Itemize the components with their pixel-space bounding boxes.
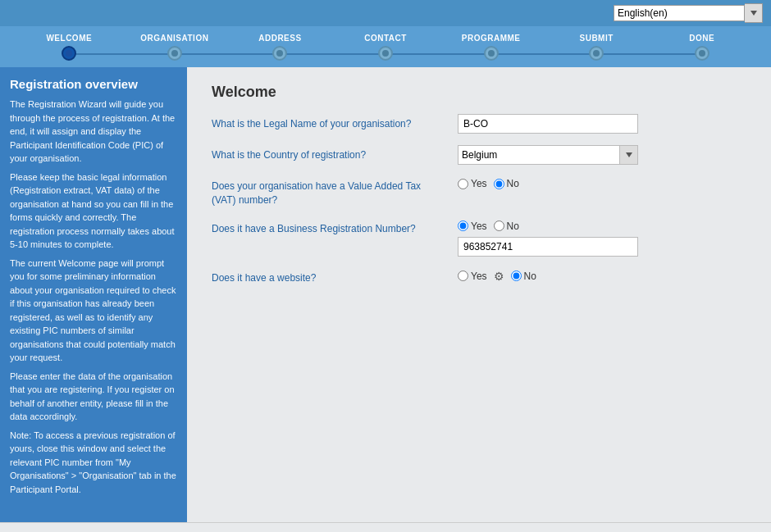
footer: Close Next >	[0, 522, 771, 532]
legal-name-label: What is the Legal Name of your organisat…	[212, 114, 441, 131]
brn-no-radio[interactable]	[494, 221, 504, 231]
form-content: Welcome What is the Legal Name of your o…	[187, 67, 771, 522]
step-submit[interactable]: SUBMIT	[544, 34, 650, 61]
brn-yes-option[interactable]: Yes	[458, 221, 487, 232]
vat-yes-label: Yes	[471, 178, 487, 189]
website-no-option[interactable]: No	[511, 271, 536, 282]
step-programme-dot	[484, 46, 499, 61]
step-done-label: DONE	[689, 34, 714, 43]
sidebar-para-5: Note: To access a previous registration …	[10, 429, 177, 497]
step-submit-dot	[589, 46, 604, 61]
step-address[interactable]: ADDRESS	[227, 34, 333, 61]
step-contact-label: CONTACT	[364, 34, 407, 43]
brn-yes-radio[interactable]	[458, 221, 468, 231]
sidebar-para-4: Please enter the data of the organisatio…	[10, 370, 177, 424]
website-no-radio[interactable]	[511, 271, 522, 281]
progress-bar: WELCOME ORGANISATION ADDRESS CONTACT PRO…	[0, 26, 771, 67]
vat-radio-group: Yes No	[458, 176, 746, 189]
sidebar-para-3: The current Welcome page will prompt you…	[10, 257, 177, 365]
step-organisation[interactable]: ORGANISATION	[122, 34, 228, 61]
legal-name-control	[458, 114, 746, 134]
website-yes-label: Yes	[471, 271, 487, 282]
step-programme[interactable]: PROGRAMME	[438, 34, 544, 61]
field-legal-name: What is the Legal Name of your organisat…	[212, 114, 746, 134]
language-select[interactable]: English(en)	[614, 5, 745, 21]
sidebar-para-2: Please keep the basic legal information …	[10, 171, 177, 252]
brn-yes-label: Yes	[471, 221, 487, 232]
top-bar: English(en)	[0, 0, 771, 26]
country-dropdown-btn[interactable]	[620, 145, 638, 165]
website-label: Does it have a website?	[212, 268, 441, 285]
language-dropdown-btn[interactable]	[745, 3, 763, 23]
step-done-dot	[695, 46, 709, 61]
vat-no-radio[interactable]	[494, 179, 504, 189]
field-website: Does it have a website? Yes ⚙ No	[212, 268, 746, 285]
field-brn: Does it have a Business Registration Num…	[212, 219, 746, 257]
brn-control: Yes No	[458, 219, 746, 257]
step-organisation-label: ORGANISATION	[140, 34, 208, 43]
language-selector[interactable]: English(en)	[614, 3, 763, 23]
page-title: Welcome	[212, 84, 746, 101]
step-done[interactable]: DONE	[649, 34, 755, 61]
vat-no-option[interactable]: No	[494, 178, 519, 189]
step-address-dot	[272, 46, 287, 61]
brn-input[interactable]	[458, 237, 638, 257]
step-address-label: ADDRESS	[258, 34, 301, 43]
brn-radio-group: Yes No	[458, 219, 746, 232]
website-no-label: No	[524, 271, 536, 282]
country-control: Belgium France Germany Netherlands Spain	[458, 145, 746, 165]
main-content: Registration overview The Registration W…	[0, 67, 771, 522]
sidebar: Registration overview The Registration W…	[0, 67, 187, 522]
sidebar-para-1: The Registration Wizard will guide you t…	[10, 98, 177, 166]
step-welcome[interactable]: WELCOME	[16, 34, 122, 61]
field-country: What is the Country of registration? Bel…	[212, 145, 746, 165]
field-vat: Does your organisation have a Value Adde…	[212, 176, 746, 207]
legal-name-input[interactable]	[458, 114, 638, 134]
brn-no-label: No	[507, 221, 519, 232]
info-icon: ⚙	[494, 270, 504, 283]
country-select-wrap: Belgium France Germany Netherlands Spain	[458, 145, 638, 165]
brn-label: Does it have a Business Registration Num…	[212, 219, 441, 236]
vat-no-label: No	[507, 178, 519, 189]
vat-yes-option[interactable]: Yes	[458, 178, 487, 189]
step-programme-label: PROGRAMME	[462, 34, 521, 43]
step-organisation-dot	[167, 46, 182, 61]
step-contact[interactable]: CONTACT	[333, 34, 439, 61]
website-radio-group: Yes ⚙ No	[458, 268, 746, 283]
website-yes-radio[interactable]	[458, 271, 468, 281]
step-submit-label: SUBMIT	[580, 34, 614, 43]
vat-label: Does your organisation have a Value Adde…	[212, 176, 441, 207]
country-select[interactable]: Belgium France Germany Netherlands Spain	[458, 145, 620, 165]
country-label: What is the Country of registration?	[212, 145, 441, 162]
step-contact-dot	[378, 46, 393, 61]
website-yes-option[interactable]: Yes	[458, 271, 487, 282]
sidebar-title: Registration overview	[10, 77, 177, 91]
website-control: Yes ⚙ No	[458, 268, 746, 283]
step-welcome-label: WELCOME	[46, 34, 92, 43]
step-welcome-dot	[62, 46, 76, 61]
chevron-down-icon	[750, 11, 757, 16]
vat-yes-radio[interactable]	[458, 179, 468, 189]
chevron-down-icon	[626, 152, 632, 157]
vat-control: Yes No	[458, 176, 746, 189]
brn-no-option[interactable]: No	[494, 221, 519, 232]
